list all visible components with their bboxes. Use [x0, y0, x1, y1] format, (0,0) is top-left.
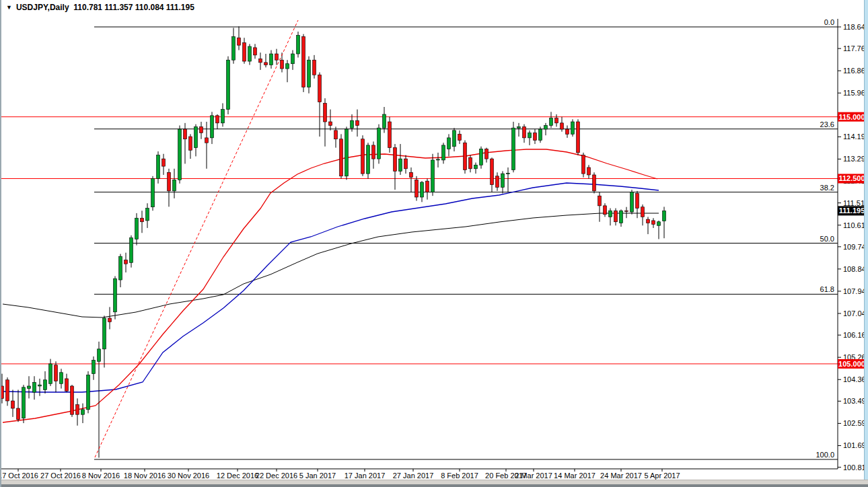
bear-candle: [491, 159, 494, 185]
date-axis-label: 22 Dec 2016: [256, 472, 297, 480]
date-axis-label: 27 Oct 2016: [40, 472, 81, 480]
bear-candle: [372, 145, 375, 159]
bear-candle: [415, 180, 419, 197]
bull-candle: [119, 256, 122, 280]
date-axis-label: 30 Nov 2016: [168, 472, 209, 480]
bear-candle: [281, 60, 284, 69]
fib-level-label: 0.0: [824, 18, 834, 26]
date-axis-label: 14 Mar 2017: [554, 472, 595, 480]
bull-candle: [507, 173, 510, 174]
bear-candle: [464, 143, 467, 170]
bear-candle: [264, 63, 268, 65]
price-tag-red: 115.000: [838, 112, 867, 122]
bear-candle: [534, 133, 537, 141]
bull-candle: [528, 133, 532, 138]
trendline[interactable]: [95, 20, 298, 457]
window-right-edge: [864, 0, 868, 480]
bull-candle: [211, 116, 214, 138]
fibonacci-retracement[interactable]: 0.023.638.250.061.8100.0: [94, 18, 838, 459]
bear-candle: [55, 365, 58, 381]
fib-level-label: 23.6: [820, 120, 834, 128]
bull-candle: [480, 149, 483, 165]
bull-candle: [178, 129, 182, 180]
bull-candle: [33, 382, 36, 392]
bear-candle: [356, 120, 359, 125]
candles-layer[interactable]: [1, 26, 666, 457]
bull-candle: [437, 159, 440, 160]
bear-candle: [388, 122, 392, 148]
bull-candle: [38, 385, 42, 386]
date-axis[interactable]: 17 Oct 201627 Oct 20168 Nov 201618 Nov 2…: [1, 469, 680, 480]
bull-candle: [49, 364, 52, 383]
bull-candle: [194, 126, 198, 147]
bull-candle: [550, 118, 553, 126]
bear-candle: [560, 123, 564, 129]
bull-candle: [98, 349, 101, 361]
bull-candle: [227, 60, 230, 109]
bear-candle: [65, 379, 69, 391]
date-axis-label: 24 Mar 2017: [600, 472, 642, 480]
price-tag-red: 112.500: [838, 174, 867, 183]
ohlc-open-value: 110.781: [73, 3, 102, 12]
bear-candle: [71, 386, 74, 414]
bull-candle: [377, 128, 381, 159]
svg-text:115.000: 115.000: [838, 113, 865, 121]
bull-candle: [571, 122, 575, 134]
date-axis-label: 8 Nov 2016: [82, 472, 120, 480]
date-axis-label: 27 Jan 2017: [393, 472, 434, 480]
ma-red: [3, 149, 657, 422]
bull-candle: [248, 46, 252, 61]
bull-candle: [297, 35, 300, 54]
bear-candle: [318, 75, 322, 102]
bull-candle: [351, 120, 354, 128]
bear-candle: [641, 207, 645, 217]
bear-candle: [243, 43, 246, 62]
price-chart-canvas[interactable]: 0.023.638.250.061.8100.0118.640117.76511…: [1, 0, 868, 487]
bear-candle: [11, 401, 15, 408]
bear-candle: [313, 60, 316, 75]
bear-candle: [523, 126, 526, 138]
bull-candle: [92, 360, 96, 373]
chart-dropdown-icon[interactable]: ▼: [6, 4, 12, 11]
bear-candle: [598, 196, 602, 206]
bull-candle: [308, 60, 311, 87]
window-bottom-edge: [1, 484, 868, 487]
bear-candle: [587, 167, 591, 175]
bear-candle: [469, 157, 472, 169]
date-axis-label: 12 Dec 2016: [217, 472, 258, 480]
bull-candle: [22, 387, 26, 418]
bull-candle: [221, 110, 225, 123]
bull-candle: [663, 211, 666, 221]
bear-candle: [17, 408, 20, 420]
current-price-tag: 111.195: [838, 206, 867, 215]
price-tag-red: 105.000: [838, 359, 867, 369]
bear-candle: [625, 211, 628, 211]
bear-candle: [555, 118, 558, 123]
bull-candle: [114, 278, 117, 312]
horizontal-price-lines[interactable]: [1, 117, 838, 364]
bear-candle: [205, 138, 209, 143]
bull-candle: [431, 160, 435, 192]
bear-candle: [168, 172, 171, 191]
bear-candle: [636, 194, 639, 209]
date-axis-label: 5 Jan 2017: [299, 472, 336, 480]
bear-candle: [496, 176, 499, 188]
bear-candle: [593, 175, 596, 191]
date-axis-label: 18 Nov 2016: [124, 472, 166, 480]
ma-blue: [3, 183, 659, 392]
bull-candle: [442, 145, 445, 160]
bear-candle: [216, 116, 219, 123]
bull-candle: [60, 373, 63, 384]
bull-candle: [474, 165, 478, 169]
bear-candle: [324, 103, 327, 122]
bear-candle: [394, 148, 397, 172]
bear-candle: [254, 48, 257, 55]
bull-candle: [157, 155, 160, 179]
chart-window: ▼USDJPY,Daily 110.781 111.357 110.084 11…: [0, 0, 868, 487]
bull-candle: [501, 174, 505, 187]
date-axis-label: 2 Mar 2017: [515, 472, 552, 480]
bear-candle: [582, 155, 585, 174]
bull-candle: [135, 218, 139, 239]
bull-candle: [151, 178, 155, 207]
bull-candle: [539, 129, 542, 141]
